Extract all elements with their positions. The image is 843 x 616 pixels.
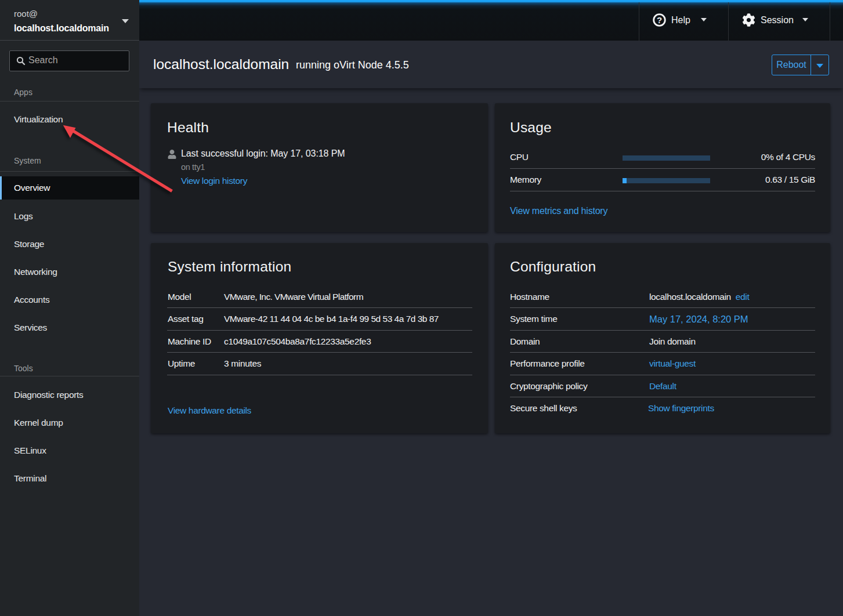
svg-text:?: ?	[657, 15, 662, 25]
